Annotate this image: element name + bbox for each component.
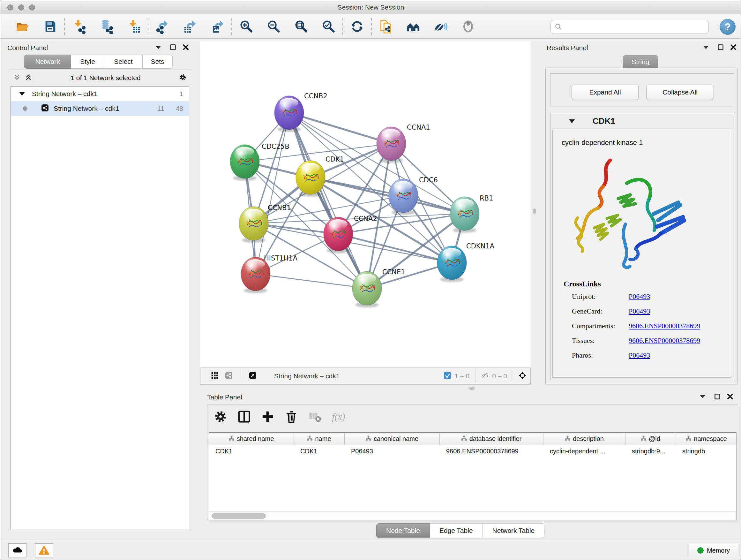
import-network-file-icon[interactable] <box>71 19 86 34</box>
create-column-icon[interactable] <box>260 409 275 424</box>
delete-column-icon[interactable] <box>284 409 299 424</box>
table-collapse-icon[interactable] <box>699 393 706 401</box>
network-canvas[interactable]: CCNB2CCNA1CDC25BCDK1CDC6RB1CCNB1CCNA2CDK… <box>200 41 531 368</box>
tab-network-table[interactable]: Network Table <box>483 523 545 538</box>
float-panel-icon[interactable] <box>170 44 177 52</box>
export-image-icon[interactable] <box>210 19 225 34</box>
network-edge[interactable] <box>256 113 289 274</box>
scrollbar-thumb[interactable] <box>212 513 266 519</box>
crosslink-link[interactable]: P06493 <box>629 293 650 307</box>
crosslink-link[interactable]: 9606.ENSP00000378699 <box>629 336 700 351</box>
table-gear-icon[interactable] <box>213 409 228 424</box>
tab-node-table[interactable]: Node Table <box>376 523 430 538</box>
network-node-CDC25B[interactable] <box>230 145 259 181</box>
network-node-CCNE1[interactable] <box>352 271 382 307</box>
zoom-in-icon[interactable] <box>239 19 254 34</box>
network-node-CCNA1[interactable] <box>377 127 406 163</box>
cell-shared-name[interactable]: CDK1 <box>209 445 294 457</box>
column-header[interactable]: namespace <box>676 433 737 445</box>
crosslink-link[interactable]: P06493 <box>629 307 650 322</box>
search-box[interactable] <box>550 20 709 34</box>
results-close-icon[interactable] <box>730 44 737 52</box>
expand-all-button[interactable]: Expand All <box>571 84 638 100</box>
node-label-CCNA2: CCNA2 <box>354 215 377 223</box>
zoom-selected-icon[interactable] <box>321 19 336 34</box>
network-options-gear-icon[interactable] <box>179 74 186 82</box>
cytoscape-window: Session: New Session <box>0 0 741 560</box>
zoom-out-icon[interactable] <box>266 19 281 34</box>
tab-edge-table[interactable]: Edge Table <box>430 523 483 538</box>
expand-all-networks-icon[interactable] <box>25 74 32 82</box>
collection-expand-icon[interactable] <box>19 92 25 96</box>
network-collection-row[interactable]: String Network – cdk1 1 <box>11 86 189 101</box>
cloud-status-button[interactable] <box>8 543 26 557</box>
tab-network[interactable]: Network <box>24 55 71 69</box>
tab-string-results[interactable]: String <box>623 55 658 69</box>
collapse-all-networks-icon[interactable] <box>13 74 20 82</box>
table-horizontal-scrollbar[interactable] <box>209 511 736 520</box>
vertical-splitter-handle[interactable] <box>533 208 536 213</box>
import-network-database-icon[interactable] <box>98 19 114 34</box>
detach-view-icon[interactable] <box>249 372 256 380</box>
results-float-icon[interactable] <box>717 44 724 52</box>
hidden-eye-slash-icon[interactable] <box>481 372 488 380</box>
cell-name[interactable]: CDK1 <box>294 445 345 457</box>
help-button[interactable]: ? <box>720 19 736 35</box>
export-table-icon[interactable] <box>182 19 198 34</box>
refresh-layout-icon[interactable] <box>349 19 365 34</box>
birds-eye-toggle-icon[interactable] <box>519 372 526 380</box>
network-row[interactable]: String Network – cdk1 11 48 <box>11 101 189 116</box>
search-input[interactable] <box>562 23 709 30</box>
warning-status-button[interactable] <box>35 543 53 557</box>
birds-eye-grid-icon[interactable] <box>211 372 218 380</box>
show-all-icon[interactable] <box>461 19 476 34</box>
network-node-CDKN1A[interactable] <box>437 246 467 282</box>
string-view-icon[interactable] <box>225 372 232 380</box>
open-session-icon[interactable] <box>14 19 30 34</box>
network-node-HIST1H1A[interactable] <box>241 257 270 293</box>
table-float-icon[interactable] <box>714 393 721 401</box>
column-header[interactable]: database identifier <box>440 433 543 445</box>
network-edge[interactable] <box>289 113 367 288</box>
network-edge[interactable] <box>311 178 465 213</box>
memory-button[interactable]: Memory <box>689 543 738 558</box>
collapse-panel-icon[interactable] <box>155 44 162 52</box>
first-neighbors-icon[interactable] <box>406 19 421 34</box>
cell-canonical-name[interactable]: P06493 <box>345 445 440 457</box>
cell-id[interactable]: stringdb:9... <box>625 445 676 457</box>
network-edge[interactable] <box>256 274 367 288</box>
network-edge[interactable] <box>289 113 391 144</box>
zoom-fit-icon[interactable] <box>293 19 309 34</box>
cell-namespace[interactable]: stringdb <box>676 445 737 457</box>
protein-header-row[interactable]: CDK1 <box>550 113 733 129</box>
cell-description[interactable]: cyclin-dependent ... <box>543 445 625 457</box>
column-header[interactable]: shared name <box>209 433 294 445</box>
column-header[interactable]: name <box>294 433 345 445</box>
column-header[interactable]: @id <box>625 433 676 445</box>
selected-checkbox-icon[interactable] <box>444 372 451 380</box>
crosslink-link[interactable]: 9606.ENSP00000378699 <box>629 322 700 336</box>
results-collapse-icon[interactable] <box>702 44 710 52</box>
annotation-copy-icon[interactable] <box>378 19 394 34</box>
hide-selected-icon[interactable] <box>433 19 448 34</box>
protein-collapse-icon[interactable] <box>569 119 575 123</box>
table-close-icon[interactable] <box>727 393 734 401</box>
table-row[interactable]: CDK1 CDK1 P06493 9606.ENSP00000378699 cy… <box>209 445 736 457</box>
network-node-RB1[interactable] <box>450 197 479 233</box>
network-node-CCNB1[interactable] <box>239 206 268 243</box>
column-header[interactable]: description <box>543 433 625 445</box>
column-header[interactable]: canonical name <box>345 433 440 445</box>
tab-select[interactable]: Select <box>105 55 143 69</box>
horizontal-splitter-handle[interactable] <box>469 387 475 390</box>
tab-style[interactable]: Style <box>71 55 105 69</box>
tab-sets[interactable]: Sets <box>143 55 173 69</box>
cell-database-identifier[interactable]: 9606.ENSP00000378699 <box>440 445 543 457</box>
collapse-all-button[interactable]: Collapse All <box>646 84 714 100</box>
export-network-icon[interactable] <box>155 19 170 34</box>
crosslink-link[interactable]: P06493 <box>629 351 650 366</box>
close-panel-icon[interactable] <box>182 44 189 52</box>
network-node-CCNB2[interactable] <box>274 96 304 132</box>
save-session-icon[interactable] <box>43 19 58 34</box>
import-table-icon[interactable] <box>126 19 141 34</box>
show-columns-icon[interactable] <box>237 409 252 424</box>
